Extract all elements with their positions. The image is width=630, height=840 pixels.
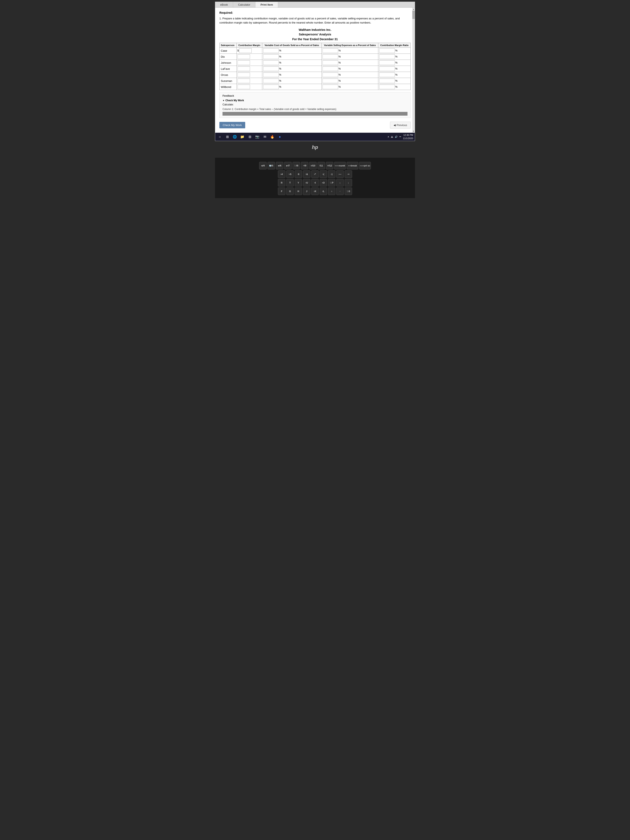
cm-input-case[interactable] (239, 48, 252, 53)
check-my-work-button[interactable]: Check My Work (219, 122, 245, 128)
key-u[interactable]: 4U (303, 179, 310, 186)
cr-input-orcas[interactable] (379, 73, 395, 77)
bottom-bar: Check My Work ◀ Previous (219, 120, 411, 129)
key-lparen-9[interactable]: 9( (320, 171, 327, 178)
key-f[interactable]: F (278, 188, 286, 195)
cm-input-orcas[interactable] (237, 73, 250, 77)
tab-print-item[interactable]: Print Item (256, 2, 278, 8)
key-0[interactable]: ⬛0 (344, 188, 352, 195)
data-table: Salesperson Contribution Margin Variable… (219, 43, 411, 90)
cr-input-sussman[interactable] (379, 79, 395, 83)
cm-input-willbond[interactable] (237, 85, 250, 89)
cr-input-johnson[interactable] (379, 60, 395, 65)
start-button[interactable]: ○ (217, 134, 223, 140)
taskbar-firefox[interactable]: 🔥 (269, 134, 275, 140)
key-home-numk[interactable]: homenumk (334, 162, 346, 169)
key-t[interactable]: T (286, 179, 294, 186)
key-f12[interactable]: 🖥f12 (326, 162, 333, 169)
vs-input-sussman[interactable] (322, 79, 338, 83)
key-lbrace[interactable]: { (336, 179, 344, 186)
cr-input-lafave[interactable] (379, 66, 395, 71)
key-r[interactable]: R (278, 179, 286, 186)
col-header-salesperson: Salesperson (219, 43, 237, 48)
vs-input-orcas[interactable] (322, 73, 338, 77)
taskbar-explorer[interactable]: 📁 (239, 134, 245, 140)
key-dollar-4[interactable]: $4 (278, 171, 286, 178)
tab-bar: eBook Calculator Print Item (215, 2, 415, 8)
taskbar-mail[interactable]: ✉ (262, 134, 268, 140)
vc-input-willbond[interactable] (263, 85, 279, 89)
key-rbrace[interactable]: } (344, 179, 352, 186)
key-3[interactable]: 3 (328, 188, 335, 195)
key-f10[interactable]: ⊞f10 (309, 162, 317, 169)
key-f7[interactable]: |▶f7 (284, 162, 292, 169)
previous-button[interactable]: ◀ Previous (390, 122, 411, 128)
key-f4[interactable]: ◀|f4 (259, 162, 267, 169)
taskbar-grid[interactable]: ⊞ (247, 134, 253, 140)
laptop-bezel: hp (215, 141, 415, 153)
key-f5[interactable]: 🔄f5 (267, 162, 275, 169)
key-slash[interactable]: /— (336, 171, 344, 178)
taskbar-edge[interactable]: 🌐 (232, 134, 238, 140)
key-star-8[interactable]: 8* (311, 171, 319, 178)
vc-input-lafave[interactable] (263, 66, 279, 71)
key-insert-prtsc[interactable]: insertprt sc (359, 162, 371, 169)
key-end-break[interactable]: endbreak (347, 162, 358, 169)
vc-input-dix[interactable] (263, 54, 279, 59)
cm-input-johnson[interactable] (237, 60, 250, 65)
taskbar-volume[interactable]: 🔊 (395, 136, 398, 138)
taskbar-chevron[interactable]: ∧ (387, 136, 389, 138)
tab-calculator[interactable]: Calculator (233, 2, 256, 8)
cr-input-willbond[interactable] (379, 85, 395, 89)
vc-input-orcas[interactable] (263, 73, 279, 77)
key-plus-equals[interactable]: += (344, 171, 352, 178)
taskbar-camera[interactable]: 📷 (254, 134, 260, 140)
vc-input-case[interactable] (263, 48, 279, 53)
key-o[interactable]: 6O (320, 179, 327, 186)
key-j[interactable]: J (303, 188, 310, 195)
key-y[interactable]: Y (295, 179, 302, 186)
feedback-column2: Column 2: Variable cost of goods sold as… (223, 112, 407, 115)
vs-input-willbond[interactable] (322, 85, 338, 89)
key-h[interactable]: H (295, 188, 302, 195)
clock-display[interactable]: 12:36 PM 11/1/2020 (403, 134, 413, 140)
key-f9[interactable]: ✕f9 (301, 162, 308, 169)
key-g[interactable]: G (286, 188, 294, 195)
cr-input-dix[interactable] (379, 54, 395, 59)
cm-input-dix[interactable] (237, 54, 250, 59)
vs-input-lafave[interactable] (322, 66, 338, 71)
cr-input-case[interactable] (379, 48, 395, 53)
taskbar-chrome[interactable]: ● (277, 134, 283, 140)
key-i[interactable]: 5I (311, 179, 319, 186)
key-f6[interactable]: ◀|f6 (276, 162, 283, 169)
vs-input-johnson[interactable] (322, 60, 338, 65)
vs-input-dix[interactable] (322, 54, 338, 59)
scrollbar[interactable]: ▲ ▼ (412, 8, 415, 133)
key-l[interactable]: 2L (320, 188, 327, 195)
cm-input-sussman[interactable] (237, 79, 250, 83)
key-caret-6[interactable]: ^6 (295, 171, 302, 178)
variable-cost-cell-sussman: % (262, 78, 322, 84)
taskbar-network[interactable]: 🖧 (391, 136, 393, 138)
key-amp-7[interactable]: 7& (303, 171, 310, 178)
key-k[interactable]: 1K (311, 188, 319, 195)
table-row: Johnson%%% (219, 60, 411, 66)
vc-input-sussman[interactable] (263, 79, 279, 83)
key-p[interactable]: ⬛P (328, 179, 335, 186)
vs-input-case[interactable] (322, 48, 338, 53)
cm-input-lafave[interactable] (237, 66, 250, 71)
key-dot[interactable]: · (336, 188, 344, 195)
cm-ratio-cell-johnson: % (378, 60, 411, 66)
tab-ebook[interactable]: eBook (215, 2, 233, 8)
analysis-title: Salespersons' Analysis (219, 32, 411, 37)
key-f11[interactable]: f11 (317, 162, 325, 169)
taskbar-search[interactable]: ⊞ (224, 134, 230, 140)
company-name: Waltham Industries Inc. (219, 27, 411, 32)
key-f8[interactable]: ⬛f8 (292, 162, 300, 169)
taskbar-pen[interactable]: ✏ (399, 136, 401, 138)
key-rparen-0[interactable]: 0) (328, 171, 335, 178)
vc-input-johnson[interactable] (263, 60, 279, 65)
contribution-margin-cell-case: $ (237, 48, 262, 54)
taskbar: ○ ⊞ 🌐 📁 ⊞ 📷 ✉ 🔥 ● ∧ 🖧 🔊 ✏ 12:36 PM 11/1/… (215, 133, 415, 141)
key-percent-5[interactable]: %5 (286, 171, 294, 178)
